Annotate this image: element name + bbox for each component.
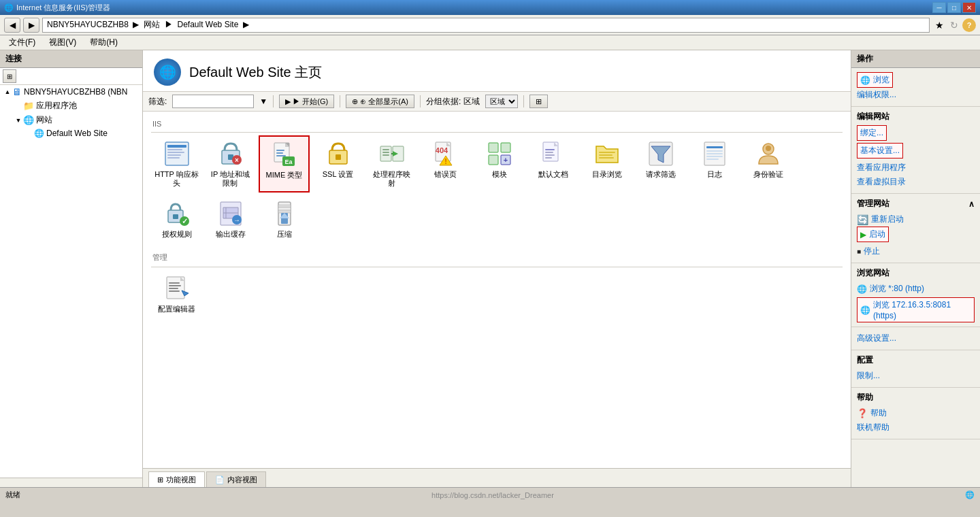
config-section-title: 配置: [857, 354, 975, 366]
http-headers-icon[interactable]: HTTP 响应标头: [151, 135, 202, 193]
content-header-icon: 🌐: [154, 59, 181, 86]
right-section-browse-site: 浏览网站 🌐 浏览 *:80 (http) 🌐 浏览 172.16.3.5:80…: [851, 263, 980, 327]
default-doc-icon[interactable]: 默认文档: [527, 135, 578, 193]
help-link[interactable]: ❓ 帮助: [857, 406, 975, 420]
maximize-button[interactable]: □: [947, 2, 961, 13]
group-dropdown[interactable]: 区域: [485, 95, 518, 108]
req-filter-icon[interactable]: 请求筛选: [635, 135, 686, 193]
mgmt-section-label: 管理: [151, 252, 843, 263]
limit-link[interactable]: 限制...: [857, 369, 975, 383]
ip-restrict-img: ×: [217, 140, 244, 167]
edit-perms-link[interactable]: 编辑权限...: [857, 88, 975, 102]
menu-file[interactable]: 文件(F): [3, 35, 42, 50]
expand-icon: ▼: [14, 117, 23, 124]
star-icon[interactable]: ★: [932, 18, 946, 32]
grid-button[interactable]: ⊞: [529, 95, 548, 108]
restart-link[interactable]: 🔄 重新启动: [857, 212, 975, 227]
status-bar: 就绪 https://blog.csdn.net/lacker_Dreamer …: [0, 487, 980, 502]
svg-rect-62: [278, 210, 291, 213]
modules-label: 模块: [492, 170, 507, 179]
separator3: [420, 95, 421, 107]
expand-icon: ▲: [3, 88, 12, 95]
refresh-icon[interactable]: ↻: [947, 18, 961, 32]
show-all-button[interactable]: ⊕ ⊕ 全部显示(A): [346, 95, 414, 108]
browse-site-title: 浏览网站: [857, 267, 975, 279]
menu-view[interactable]: 视图(V): [43, 35, 82, 50]
address-input[interactable]: [42, 18, 930, 33]
tree-item-default-site[interactable]: 🌐 Default Web Site: [0, 127, 142, 139]
right-panel-header: 操作: [851, 50, 980, 68]
svg-rect-4: [167, 154, 181, 156]
collapse-icon[interactable]: ∧: [968, 199, 975, 209]
sidebar: 连接 ⊞ ▲ 🖥 NBNY5HAYUCBZHB8 (NBN 📁 应用程序池 ▼ …: [0, 50, 143, 487]
title-bar: 🌐 Internet 信息服务(IIS)管理器 ─ □ ✕: [0, 0, 980, 15]
modules-icon[interactable]: + 模块: [474, 135, 525, 193]
close-button[interactable]: ✕: [962, 2, 976, 13]
tab-content-view[interactable]: 📄 内容视图: [206, 471, 266, 487]
start-button[interactable]: ▶ ▶ 开始(G): [279, 95, 334, 108]
svg-rect-48: [706, 156, 723, 157]
tree-item-apppool[interactable]: 📁 应用程序池: [0, 99, 142, 113]
http-headers-label: HTTP 响应标头: [154, 170, 199, 188]
tree-item-sites[interactable]: ▼ 🌐 网站: [0, 113, 142, 127]
filter-input[interactable]: [172, 95, 254, 108]
stop-link[interactable]: ■ 停止: [857, 244, 975, 258]
back-button[interactable]: ◀: [4, 18, 20, 33]
svg-rect-29: [489, 143, 498, 152]
watermark: https://blog.csdn.net/lacker_Dreamer: [431, 491, 554, 499]
bind-link[interactable]: 绑定...: [857, 125, 887, 141]
title-bar-title: Internet 信息服务(IIS)管理器: [16, 3, 932, 13]
logging-icon[interactable]: 日志: [689, 135, 740, 193]
right-section-advanced: 高级设置...: [851, 327, 980, 350]
forward-button[interactable]: ▶: [23, 18, 39, 33]
sidebar-scrollbar-area: [0, 478, 142, 487]
address-bar: ◀ ▶ ★ ↻ ?: [0, 15, 980, 35]
svg-rect-23: [382, 152, 389, 153]
svg-rect-60: [278, 205, 291, 207]
config-editor-label: 配置编辑器: [158, 305, 195, 314]
browse-https-link[interactable]: 🌐 浏览 172.16.3.5:8081 (https): [857, 297, 975, 322]
auth-rules-icon[interactable]: ✓ 授权规则: [151, 195, 202, 244]
menu-bar: 文件(F) 视图(V) 帮助(H): [0, 35, 980, 50]
compress-icon[interactable]: 压缩: [259, 195, 310, 244]
browse-80-link[interactable]: 🌐 浏览 *:80 (http): [857, 282, 975, 296]
svg-rect-38: [545, 157, 552, 159]
start-link[interactable]: ▶ 启动: [857, 227, 889, 242]
filter-bar: 筛选: ▼ ▶ ▶ 开始(G) ⊕ ⊕ 全部显示(A) 分组依据: 区域 区域 …: [143, 92, 851, 112]
online-help-link[interactable]: 联机帮助: [857, 420, 975, 435]
error-pages-icon[interactable]: 404 ! 错误页: [420, 135, 471, 193]
handler-map-icon[interactable]: 处理程序映射: [366, 135, 417, 193]
content-header: 🌐 Default Web Site 主页: [143, 50, 851, 92]
content-view-icon: 📄: [215, 476, 225, 484]
tab-function-view[interactable]: ⊞ 功能视图: [148, 471, 205, 487]
svg-rect-17: [336, 154, 341, 160]
help-icon[interactable]: ?: [962, 18, 976, 32]
browse-icon: 🌐: [860, 76, 870, 85]
mgmt-section: 管理: [151, 252, 843, 318]
output-cache-icon[interactable]: → 输出缓存: [205, 195, 256, 244]
mime-types-icon[interactable]: Ea MIME 类型: [259, 135, 310, 193]
menu-help[interactable]: 帮助(H): [84, 35, 124, 50]
tree-item-server[interactable]: ▲ 🖥 NBNY5HAYUCBZHB8 (NBN: [0, 85, 142, 99]
basic-settings-link[interactable]: 基本设置...: [857, 143, 903, 159]
default-doc-label: 默认文档: [538, 170, 568, 179]
minimize-button[interactable]: ─: [932, 2, 946, 13]
auth-rules-img: ✓: [163, 200, 191, 227]
status-text: 就绪: [5, 490, 20, 500]
view-apps-link[interactable]: 查看应用程序: [857, 161, 975, 175]
browse-link[interactable]: 🌐 浏览: [857, 72, 893, 88]
output-cache-img: →: [217, 200, 244, 227]
dir-browse-icon[interactable]: 目录浏览: [581, 135, 632, 193]
show-all-icon: ⊕: [352, 97, 358, 106]
advanced-settings-link[interactable]: 高级设置...: [857, 331, 975, 346]
right-section-help: 帮助 ❓ 帮助 联机帮助: [851, 388, 980, 439]
sidebar-tool-button[interactable]: ⊞: [3, 69, 16, 83]
ip-restrict-icon[interactable]: × IP 地址和域限制: [205, 135, 256, 193]
view-vdirs-link[interactable]: 查看虚拟目录: [857, 175, 975, 189]
config-editor-icon[interactable]: 配置编辑器: [151, 270, 202, 318]
ssl-icon[interactable]: SSL 设置: [312, 135, 363, 193]
auth-icon[interactable]: 身份验证: [742, 135, 794, 193]
ssl-img: [325, 140, 352, 167]
output-cache-label: 输出缓存: [216, 230, 246, 239]
mime-types-img: Ea: [271, 141, 298, 168]
